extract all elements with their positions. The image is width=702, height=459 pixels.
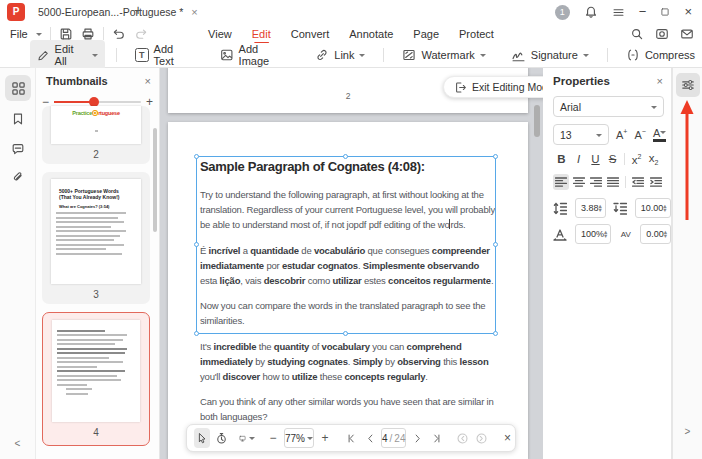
- comments-panel-button[interactable]: [5, 136, 31, 162]
- bookmarks-panel-button[interactable]: [5, 106, 31, 132]
- font-color-button[interactable]: A: [653, 128, 666, 142]
- subscript-button[interactable]: x2: [645, 152, 662, 166]
- hand-tool-button[interactable]: [213, 428, 229, 448]
- zoom-level-select[interactable]: 77%: [284, 428, 314, 448]
- stepper-arrows[interactable]: ▴▾: [599, 204, 602, 213]
- last-page-button[interactable]: [428, 428, 444, 448]
- selection-handle[interactable]: [194, 331, 199, 336]
- paragraph-spacing-input[interactable]: 10.00 ▴▾: [635, 198, 671, 218]
- zoom-out-button[interactable]: −: [265, 428, 281, 448]
- search-icon[interactable]: [630, 27, 644, 41]
- link-button[interactable]: Link: [308, 45, 372, 65]
- align-center-button[interactable]: [570, 174, 586, 190]
- next-page-button[interactable]: [409, 428, 425, 448]
- add-text-button[interactable]: T Add Text: [128, 40, 202, 70]
- thumb3-text-lines: [51, 212, 141, 255]
- edit-all-button[interactable]: Edit All: [30, 40, 105, 70]
- account-badge[interactable]: 1: [555, 5, 570, 20]
- new-tab-button[interactable]: +: [128, 2, 148, 18]
- minimize-button[interactable]: −: [639, 0, 647, 24]
- selection-handle[interactable]: [493, 154, 498, 159]
- document-tab[interactable]: 5000-European...-Portuguese * ×: [32, 0, 204, 24]
- thumbnails-close-icon[interactable]: ×: [145, 75, 151, 87]
- exit-editing-mode-button[interactable]: Exit Editing Mode: [443, 76, 543, 98]
- stepper-arrows[interactable]: ▴▾: [663, 204, 666, 213]
- line-spacing-input[interactable]: 3.88 ▴▾: [575, 198, 606, 218]
- screenshot-icon[interactable]: [655, 27, 669, 41]
- selection-handle[interactable]: [343, 331, 348, 336]
- menu-protect[interactable]: Protect: [459, 28, 494, 40]
- decrease-indent-button[interactable]: [630, 174, 646, 190]
- menu-annotate[interactable]: Annotate: [349, 28, 393, 40]
- selection-handle[interactable]: [343, 154, 348, 159]
- tab-close-icon[interactable]: ×: [191, 6, 197, 18]
- justify-button[interactable]: [605, 174, 621, 190]
- signature-button[interactable]: Signature: [504, 45, 596, 66]
- view-back-button[interactable]: [454, 428, 470, 448]
- first-page-button[interactable]: [343, 428, 359, 448]
- chevron-down-icon: [307, 437, 313, 443]
- align-right-button[interactable]: [588, 174, 604, 190]
- selection-handle[interactable]: [194, 242, 199, 247]
- strikethrough-button[interactable]: S: [604, 153, 621, 165]
- print-icon[interactable]: [81, 27, 95, 41]
- edit-all-label: Edit All: [55, 43, 87, 67]
- maximize-button[interactable]: [660, 7, 670, 17]
- stepper-arrows[interactable]: ▴▾: [604, 230, 607, 239]
- increase-font-button[interactable]: A+: [616, 128, 627, 141]
- zoom-in-button[interactable]: +: [317, 428, 333, 448]
- watermark-button[interactable]: Watermark: [395, 45, 492, 65]
- file-menu[interactable]: File: [10, 28, 28, 40]
- mail-icon[interactable]: [680, 27, 694, 41]
- hamburger-menu-icon[interactable]: [612, 6, 625, 19]
- font-size-value: 13: [560, 129, 572, 141]
- menu-bar: File View Edit Convert Annotate Page Pro…: [0, 24, 702, 43]
- attachments-panel-button[interactable]: [5, 164, 31, 190]
- collapse-panel-arrow[interactable]: <: [0, 438, 35, 449]
- view-forward-button[interactable]: [473, 428, 489, 448]
- font-family-select[interactable]: Arial: [553, 96, 664, 117]
- properties-toggle-button[interactable]: [676, 73, 700, 97]
- bold-button[interactable]: B: [553, 153, 570, 165]
- select-tool-button[interactable]: [194, 428, 210, 448]
- menu-page[interactable]: Page: [413, 28, 439, 40]
- bell-icon[interactable]: [584, 5, 598, 19]
- redo-icon[interactable]: [134, 27, 148, 41]
- text-selection-box[interactable]: [196, 156, 496, 334]
- menu-view[interactable]: View: [208, 28, 232, 40]
- selection-handle[interactable]: [194, 154, 199, 159]
- menu-edit[interactable]: Edit: [252, 28, 271, 40]
- save-icon[interactable]: [59, 27, 73, 41]
- presentation-mode-button[interactable]: [239, 428, 255, 448]
- window-close-button[interactable]: ×: [684, 0, 692, 24]
- expand-panel-arrow[interactable]: >: [673, 426, 702, 437]
- slider-track[interactable]: [54, 101, 141, 103]
- selection-handle[interactable]: [493, 242, 498, 247]
- selection-handle[interactable]: [493, 331, 498, 336]
- char-scale-input[interactable]: 100% ▴▾: [575, 224, 611, 244]
- thumbnail-page-4-selected[interactable]: 4: [42, 312, 150, 446]
- undo-icon[interactable]: [112, 27, 126, 41]
- add-image-button[interactable]: Add Image: [213, 40, 297, 70]
- properties-close-icon[interactable]: ×: [657, 75, 663, 87]
- menu-convert[interactable]: Convert: [291, 28, 330, 40]
- font-size-select[interactable]: 13: [553, 124, 609, 145]
- thumbnails-panel-button[interactable]: [5, 75, 31, 101]
- right-sidebar-strip: >: [672, 68, 702, 459]
- superscript-button[interactable]: x2: [628, 153, 645, 166]
- view-toolbar-close-button[interactable]: ×: [499, 428, 515, 448]
- char-spacing-input[interactable]: 0.00 ▴▾: [640, 224, 671, 244]
- document-scrollbar[interactable]: [534, 105, 540, 137]
- italic-button[interactable]: I: [570, 153, 587, 165]
- stepper-arrows[interactable]: ▴▾: [664, 230, 667, 239]
- align-left-button[interactable]: [553, 174, 569, 190]
- increase-indent-button[interactable]: [648, 174, 664, 190]
- thumbnails-scrollbar[interactable]: [153, 128, 157, 232]
- thumbnail-page-3[interactable]: 5000+ Portuguese Words (That You Already…: [42, 172, 150, 304]
- previous-page-button[interactable]: [362, 428, 378, 448]
- compress-button[interactable]: Compress: [619, 45, 702, 65]
- underline-button[interactable]: U: [587, 153, 604, 165]
- page-number-input[interactable]: 4 / 24: [381, 428, 406, 448]
- decrease-font-button[interactable]: A−: [634, 128, 645, 141]
- thumbnail-page-2[interactable]: PracticeOrtuguese 2: [42, 106, 150, 164]
